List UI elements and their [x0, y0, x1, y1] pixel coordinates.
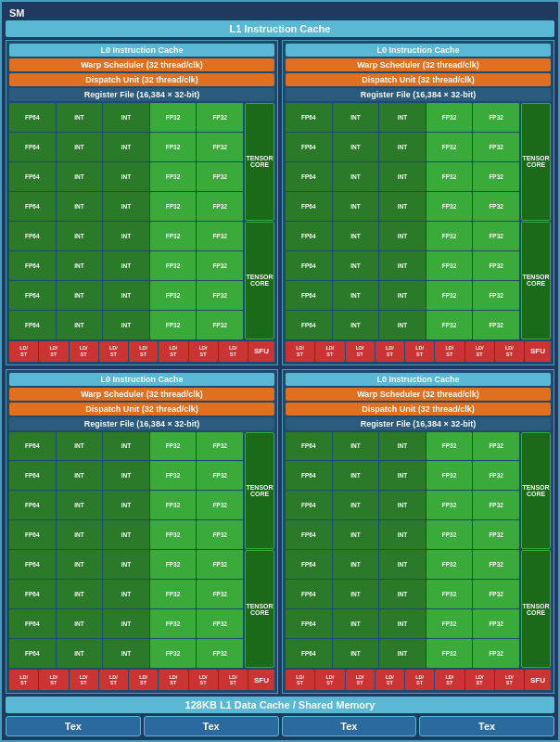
ldst-cell: LD/ST [465, 341, 494, 362]
sfu-cell-4: SFU [525, 670, 551, 690]
fp32-cell: FP32 [150, 103, 197, 132]
ldst-cell: LD/ST [219, 670, 248, 690]
int-cell: INT [379, 133, 426, 161]
fp32-cell: FP32 [426, 222, 473, 250]
tensor-col-3: TENSOR CORE TENSOR CORE [245, 432, 274, 669]
cu-row: FP64 INT INT FP32 FP32 [9, 520, 243, 549]
fp32-cell: FP32 [473, 162, 519, 191]
int-cell: INT [379, 192, 426, 221]
cu-rows-1: FP64 INT INT FP32 FP32 FP64 INT INT FP32… [9, 103, 243, 339]
int-cell: INT [379, 580, 426, 608]
dispatch-unit-1: Dispatch Unit (32 thread/clk) [9, 73, 274, 86]
int-cell: INT [57, 580, 103, 608]
fp64-cell: FP64 [286, 609, 332, 638]
tex-cell-2[interactable]: Tex [144, 716, 279, 736]
tensor-core-4: TENSOR CORE [521, 222, 551, 339]
quadrant-4: L0 Instruction Cache Warp Scheduler (32 … [282, 369, 554, 695]
tex-cell-4[interactable]: Tex [419, 716, 554, 736]
int-cell: INT [379, 162, 426, 191]
int-cell: INT [333, 609, 379, 638]
int-cell: INT [333, 311, 379, 339]
int-cell: INT [333, 281, 379, 310]
int-cell: INT [333, 222, 379, 250]
int-cell: INT [103, 192, 149, 221]
fp64-cell: FP64 [286, 432, 332, 461]
fp64-cell: FP64 [9, 192, 56, 221]
tex-cell-3[interactable]: Tex [282, 716, 417, 736]
fp32-cell: FP32 [197, 251, 243, 280]
fp64-cell: FP64 [9, 432, 56, 461]
int-cell: INT [333, 192, 379, 221]
warp-scheduler-4: Warp Scheduler (32 thread/clk) [286, 388, 551, 401]
tensor-core-2: TENSOR CORE [245, 222, 274, 339]
fp32-cell: FP32 [150, 311, 197, 339]
fp64-cell: FP64 [286, 192, 332, 221]
int-cell: INT [333, 162, 379, 191]
ldst-cell: LD/ST [435, 670, 464, 690]
fp32-cell: FP32 [473, 222, 519, 250]
fp32-cell: FP32 [197, 162, 243, 191]
cu-row: FP64 INT INT FP32 FP32 [9, 461, 243, 490]
l0-cache-1: L0 Instruction Cache [9, 44, 274, 57]
cu-row: FP64 INT INT FP32 FP32 [9, 162, 243, 191]
int-cell: INT [333, 461, 379, 490]
fp32-cell: FP32 [197, 192, 243, 221]
fp32-cell: FP32 [473, 133, 519, 161]
fp64-cell: FP64 [286, 491, 332, 519]
sm-wrapper: SM L1 Instruction Cache L0 Instruction C… [0, 0, 560, 742]
int-cell: INT [57, 311, 103, 339]
fp32-cell: FP32 [426, 520, 473, 549]
fp32-cell: FP32 [197, 103, 243, 132]
tensor-col-2: TENSOR CORE TENSOR CORE [521, 103, 551, 339]
fp64-cell: FP64 [9, 609, 56, 638]
ldst-cell: LD/ST [129, 670, 158, 690]
int-cell: INT [57, 192, 103, 221]
fp64-cell: FP64 [286, 162, 332, 191]
int-cell: INT [103, 639, 149, 668]
int-cell: INT [379, 639, 426, 668]
fp32-cell: FP32 [150, 281, 197, 310]
sfu-cell-3: SFU [248, 670, 274, 690]
fp32-cell: FP32 [150, 432, 197, 461]
fp64-cell: FP64 [286, 550, 332, 579]
fp64-cell: FP64 [286, 251, 332, 280]
int-cell: INT [57, 491, 103, 519]
cu-row: FP64 INT INT FP32 FP32 [286, 639, 519, 668]
int-cell: INT [379, 609, 426, 638]
fp32-cell: FP32 [426, 639, 473, 668]
int-cell: INT [379, 550, 426, 579]
tensor-core-7: TENSOR CORE [521, 432, 551, 550]
tex-cell-1[interactable]: Tex [6, 716, 141, 736]
cu-row: FP64 INT INT FP32 FP32 [286, 580, 519, 608]
quadrant-1: L0 Instruction Cache Warp Scheduler (32 … [6, 40, 278, 365]
quadrant-3: L0 Instruction Cache Warp Scheduler (32 … [6, 369, 278, 695]
fp32-cell: FP32 [197, 461, 243, 490]
ldst-cell: LD/ST [465, 670, 494, 690]
int-cell: INT [103, 311, 149, 339]
int-cell: INT [103, 461, 149, 490]
ldst-cell: LD/ST [9, 670, 38, 690]
ldst-cell: LD/ST [39, 670, 68, 690]
register-file-4: Register File (16,384 × 32-bit) [286, 417, 551, 430]
fp64-cell: FP64 [9, 251, 56, 280]
fp64-cell: FP64 [286, 222, 332, 250]
l1-data-cache: 128KB L1 Data Cache / Shared Memory [6, 697, 554, 713]
tensor-core-5: TENSOR CORE [245, 432, 274, 550]
fp32-cell: FP32 [150, 639, 197, 668]
ldst-cell: LD/ST [375, 670, 404, 690]
fp32-cell: FP32 [426, 103, 473, 132]
fp32-cell: FP32 [473, 609, 519, 638]
cu-row: FP64 INT INT FP32 FP32 [9, 491, 243, 519]
int-cell: INT [333, 251, 379, 280]
quadrants-grid: L0 Instruction Cache Warp Scheduler (32 … [6, 40, 554, 694]
cu-row: FP64 INT INT FP32 FP32 [286, 461, 519, 490]
ldst-cell: LD/ST [495, 341, 524, 362]
int-cell: INT [103, 580, 149, 608]
fp32-cell: FP32 [426, 550, 473, 579]
fp64-cell: FP64 [9, 162, 56, 191]
dispatch-unit-3: Dispatch Unit (32 thread/clk) [9, 403, 274, 416]
fp32-cell: FP32 [473, 103, 519, 132]
fp32-cell: FP32 [426, 251, 473, 280]
int-cell: INT [103, 281, 149, 310]
fp64-cell: FP64 [9, 103, 56, 132]
